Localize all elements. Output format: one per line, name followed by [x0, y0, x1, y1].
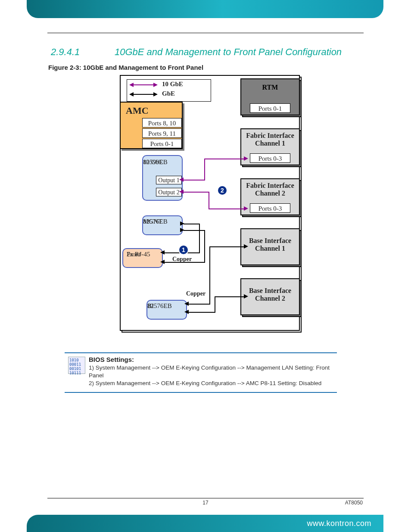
- conn-out2-v: [209, 192, 209, 209]
- section-title: 10GbE and Management to Front Panel Conf…: [115, 47, 342, 58]
- conn-bi2-h2: [215, 296, 245, 297]
- conn-out1-h1: [183, 180, 204, 180]
- chip-82599eb-out1: Output 1: [156, 176, 182, 184]
- rtm-title: RTM: [240, 84, 300, 91]
- legend-arrow-gbe: [130, 94, 157, 95]
- footer-url: www.kontron.com: [307, 519, 371, 528]
- binary-icon: 1010 00011 00101 10111: [68, 357, 85, 374]
- bic1-title: Base Interface Channel 1: [240, 237, 300, 252]
- chip-front: Front 2x RJ-45: [122, 248, 163, 268]
- badge-1: 1: [178, 245, 189, 255]
- diagram: 10 GbE GbE AMC Ports 8, 10 Ports 9, 11 P…: [120, 75, 307, 334]
- footer-model: AT8050: [345, 500, 363, 506]
- conn-bi2-h1: [188, 312, 215, 313]
- conn-mgnt-v2: [204, 230, 205, 263]
- badge-2: 2: [217, 185, 227, 196]
- footer-bar: www.kontron.com: [27, 515, 383, 532]
- conn-bi1-h1: [188, 304, 209, 305]
- bios-heading: BIOS Settings:: [89, 356, 333, 363]
- section-number: 2.9.4.1: [51, 47, 80, 58]
- conn-bi1-h2: [209, 246, 245, 247]
- label-copper-1: Copper: [172, 256, 192, 263]
- conn-bi2-arr-l: [184, 310, 189, 314]
- chip-bi-line2: 82576EB: [147, 302, 172, 310]
- amc-port-1: Ports 9, 11: [142, 128, 182, 138]
- conn-bi2-v: [215, 296, 215, 313]
- conn-out1-v: [204, 159, 205, 180]
- conn-bi1-arr-l: [184, 302, 189, 306]
- chip-82599eb-out2: Output 2: [156, 188, 182, 196]
- amc-port-0: Ports 8, 10: [142, 118, 182, 128]
- conn-mgnt-arrow-l2: [160, 260, 165, 264]
- fic1-title: Fabric Interface Channel 1: [240, 132, 300, 147]
- figure-caption: Figure 2-3: 10GbE and Management to Fron…: [48, 64, 203, 71]
- conn-out2-h1: [183, 192, 209, 193]
- fic1-ports: Ports 0-3: [250, 153, 290, 163]
- label-copper-2: Copper: [186, 290, 206, 297]
- amc-title: AMC: [126, 105, 149, 116]
- conn-bi2-arr-r: [244, 294, 248, 299]
- conn-mgnt-v1: [199, 224, 200, 253]
- conn-out1-h2: [204, 159, 245, 159]
- conn-out2-arrow-r: [244, 206, 248, 211]
- bios-line-2: 2) System Management --> OEM E-Keying Co…: [89, 380, 333, 387]
- legend-label-10g: 10 GbE: [162, 81, 183, 88]
- chip-mgnt: MGNT 82576EB: [142, 215, 183, 235]
- conn-mgnt-arrow-l1: [160, 250, 165, 255]
- conn-bi1-v: [209, 246, 210, 305]
- legend-label-gbe: GbE: [162, 90, 175, 97]
- header-bar: [27, 0, 383, 18]
- chip-mgnt-line2: 82576EB: [143, 218, 168, 225]
- bios-settings-box: 1010 00011 00101 10111 BIOS Settings: 1)…: [65, 352, 337, 393]
- fic2-ports: Ports 0-3: [250, 203, 290, 213]
- conn-out1-arrow-r: [244, 156, 248, 161]
- conn-bi1-arr-r: [244, 244, 248, 249]
- legend-arrow-10g: [130, 84, 157, 85]
- conn-mgnt-h1a: [184, 224, 199, 224]
- chip-82599eb-line2: 10 GbE: [143, 159, 163, 166]
- conn-out1-arrow-l: [179, 177, 184, 182]
- chip-bi: BI 82576EB: [146, 300, 187, 320]
- bic2-title: Base Interface Channel 2: [240, 287, 300, 302]
- chip-front-line2: 2x RJ-45: [127, 251, 150, 258]
- conn-out2-h2: [209, 208, 245, 209]
- amc-port-2: Ports 0-1: [142, 139, 182, 148]
- fic2-title: Fabric Interface Channel 2: [240, 182, 300, 197]
- footer-rule: [47, 498, 364, 498]
- bios-line-1: 1) System Management --> OEM E-Keying Co…: [89, 364, 333, 380]
- header-rule: [47, 33, 364, 33]
- conn-mgnt-h1b: [184, 230, 204, 231]
- conn-out2-arrow-l: [179, 190, 184, 194]
- conn-mgnt-arrow-r1: [180, 221, 184, 226]
- rtm-ports: Ports 0-1: [250, 103, 290, 113]
- conn-mgnt-arrow-r2: [180, 228, 184, 232]
